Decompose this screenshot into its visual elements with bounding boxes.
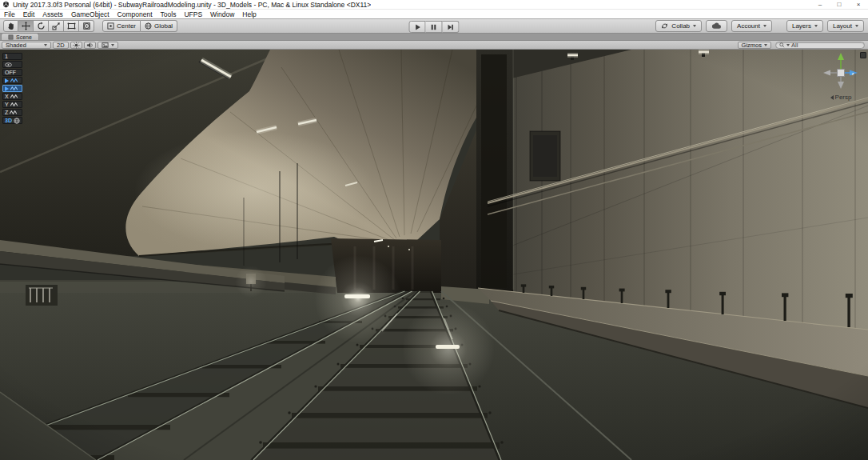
menu-edit[interactable]: Edit — [19, 10, 39, 18]
move-icon — [22, 22, 30, 30]
layout-label: Layout — [833, 22, 852, 30]
gizmos-label: Gizmos — [742, 42, 762, 49]
account-label: Account — [737, 22, 760, 30]
move-tool-button[interactable] — [18, 20, 34, 32]
layers-dropdown[interactable]: Layers — [786, 20, 823, 32]
titlebar: Unity 2017.3.0f3 Personal (64bit) - Subw… — [0, 0, 868, 10]
account-dropdown[interactable]: Account — [731, 20, 772, 32]
menu-tools[interactable]: Tools — [157, 10, 181, 18]
chevron-down-icon — [814, 25, 818, 27]
close-button[interactable]: × — [849, 0, 868, 9]
eye-icon — [5, 62, 12, 67]
menu-gameobject[interactable]: GameObject — [67, 10, 113, 18]
overlay-button-visibility[interactable] — [2, 61, 22, 68]
layout-dropdown[interactable]: Layout — [827, 20, 864, 32]
waveform-icon — [10, 86, 18, 91]
globe-icon — [145, 22, 152, 30]
tab-scene[interactable]: Scene — [1, 33, 39, 40]
pause-icon — [430, 23, 438, 31]
rotate-icon — [37, 22, 46, 30]
scene-effects-dropdown[interactable] — [98, 42, 118, 49]
overlay-button-3d[interactable]: 3D — [2, 117, 22, 124]
shading-mode-dropdown[interactable]: Shaded — [2, 42, 51, 49]
projection-triangle-icon — [830, 95, 834, 100]
scene-corner-icon[interactable] — [860, 52, 866, 58]
scene-3d-viewport[interactable] — [0, 50, 868, 460]
cloud-button[interactable] — [706, 20, 727, 32]
pivot-mode-label: Center — [117, 22, 136, 30]
overlay-button-off[interactable]: OFF — [2, 69, 22, 76]
rect-tool-button[interactable] — [64, 20, 79, 32]
menu-ufps[interactable]: UFPS — [180, 10, 206, 18]
chevron-down-icon — [763, 25, 766, 27]
overlay-button-1-label: 1 — [5, 54, 8, 59]
vignette-overlay — [0, 50, 868, 460]
axis-gizmo-icon: z — [820, 52, 862, 90]
overlay-button-x-label: X — [5, 94, 9, 99]
speaker-icon — [86, 42, 94, 49]
menu-help[interactable]: Help — [238, 10, 260, 18]
scene-toolbar: Shaded 2D — [0, 41, 868, 50]
menu-file[interactable]: File — [0, 10, 19, 18]
overlay-button-mode-a[interactable] — [2, 77, 22, 84]
scene-lighting-toggle[interactable] — [70, 42, 82, 49]
layers-label: Layers — [792, 22, 811, 30]
search-icon — [779, 42, 785, 48]
pivot-mode-button[interactable]: Center — [102, 20, 141, 32]
overlay-button-x[interactable]: X — [2, 93, 22, 100]
scene-audio-toggle[interactable] — [84, 42, 96, 49]
menubar: File Edit Assets GameObject Component To… — [0, 10, 868, 18]
minimize-button[interactable]: – — [810, 0, 830, 9]
collab-label: Collab — [671, 22, 690, 30]
blue-arrow-icon — [5, 78, 9, 83]
toolbar-right: Collab Account Layers Layout — [655, 20, 864, 32]
pivot-center-icon — [107, 22, 114, 30]
collab-dropdown[interactable]: Collab — [655, 20, 702, 32]
waveform-icon — [10, 94, 18, 99]
scene-search-field[interactable]: All — [775, 42, 865, 49]
overlay-button-y-label: Y — [5, 102, 9, 107]
hand-tool-button[interactable] — [3, 20, 18, 32]
collab-sync-icon — [661, 22, 668, 30]
scene-tabbar: Scene — [0, 34, 868, 41]
chevron-down-icon — [111, 44, 114, 46]
play-button[interactable] — [409, 21, 426, 33]
maximize-button[interactable]: □ — [830, 0, 849, 9]
main-toolbar: Center Global — [0, 18, 868, 34]
menu-component[interactable]: Component — [113, 10, 157, 18]
window-title: Unity 2017.3.0f3 Personal (64bit) - Subw… — [13, 1, 371, 9]
overlay-button-1[interactable]: 1 — [2, 53, 22, 60]
overlay-button-off-label: OFF — [5, 70, 16, 75]
pivot-controls: Center Global — [102, 20, 177, 32]
blue-arrow-icon — [5, 86, 9, 91]
overlay-button-3d-label: 3D — [5, 118, 12, 123]
view-orientation-gizmo[interactable]: z Persp — [820, 52, 862, 101]
overlay-button-z[interactable]: Z — [2, 109, 22, 116]
effects-image-icon — [102, 42, 109, 49]
overlay-button-z-label: Z — [5, 110, 8, 115]
chevron-down-icon — [855, 25, 858, 27]
scale-tool-button[interactable] — [49, 20, 64, 32]
projection-toggle[interactable]: Persp — [820, 94, 862, 101]
transform-tools — [3, 20, 94, 32]
overlay-button-mode-b[interactable] — [2, 85, 22, 92]
menu-window[interactable]: Window — [206, 10, 238, 18]
overlay-button-y[interactable]: Y — [2, 101, 22, 108]
sun-icon — [73, 42, 80, 49]
transform-icon — [82, 22, 91, 30]
gizmo-z-axis-label: z — [852, 71, 854, 76]
scene-view: 1 OFF — [0, 50, 868, 460]
pause-button[interactable] — [426, 21, 443, 33]
unity-logo-icon — [2, 1, 10, 8]
transform-tool-button[interactable] — [79, 20, 94, 32]
gizmos-dropdown[interactable]: Gizmos — [738, 42, 771, 49]
scene-tab-icon — [8, 34, 14, 40]
rotate-tool-button[interactable] — [34, 20, 49, 32]
step-button[interactable] — [443, 21, 460, 33]
pivot-rotation-button[interactable]: Global — [141, 20, 177, 32]
toggle-2d-button[interactable]: 2D — [53, 42, 69, 49]
toggle-2d-label: 2D — [57, 42, 65, 49]
play-icon — [413, 23, 421, 31]
menu-assets[interactable]: Assets — [38, 10, 67, 18]
globe-icon — [14, 118, 20, 124]
